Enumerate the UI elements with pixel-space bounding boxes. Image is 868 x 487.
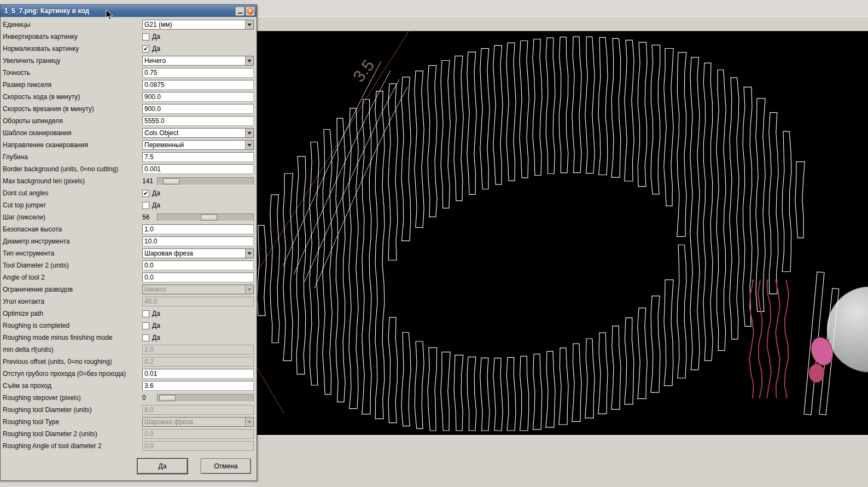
row-размер-пикселя: Размер пикселя	[1, 79, 257, 91]
row-cut-top-jumper: Cut top jumperДа	[1, 199, 257, 211]
row-диаметр-инструмента: Диаметр инструмента	[1, 235, 257, 247]
row-max-background-len-pixels: Max background len (pixels)141	[1, 175, 257, 187]
roughing-tool-type-dropdown: Шаровая фреза	[142, 417, 254, 427]
увеличить-границу-dropdown[interactable]: Ничего	[142, 56, 254, 66]
minimize-button[interactable]	[235, 7, 244, 16]
angle-of-tool-2-input[interactable]	[142, 273, 254, 282]
глубина-input[interactable]	[142, 152, 254, 162]
min-delta-rf-units-input	[142, 345, 254, 355]
шаблон-сканирования-dropdown[interactable]: Cols Object	[142, 128, 254, 138]
row-border-background-units-0-no-cutting: Border background (units, 0=no cutting)	[1, 163, 257, 175]
optimize-path-checkbox[interactable]	[142, 310, 149, 317]
minimize-icon	[238, 13, 242, 14]
dialog-title: 1_5_7.png: Картинку в код	[4, 7, 234, 15]
row-точность: Точность	[1, 67, 257, 79]
row-обороты-шпинделя: Обороты шпинделя	[1, 115, 257, 127]
dropdown-value: Переменный	[143, 141, 245, 149]
row-roughing-is-completed: Roughing is completedДа	[1, 320, 257, 332]
param-label: Точность	[1, 69, 142, 77]
checkbox-label: Да	[152, 189, 160, 197]
param-label: Tool Diameter 2 (units)	[1, 262, 142, 269]
dont-cut-angles-checkbox[interactable]: ✔	[142, 190, 149, 197]
dropdown-value: Ничего	[143, 285, 245, 294]
param-label: Optimize path	[1, 310, 142, 317]
row-инвертировать-картинку: Инвертировать картинкуДа	[1, 31, 257, 43]
диаметр-инструмента-input[interactable]	[142, 236, 254, 246]
cut-top-jumper-checkbox[interactable]	[142, 202, 149, 209]
param-label: Скорость хода (в минуту)	[1, 93, 142, 101]
row-глубина: Глубина	[1, 151, 257, 163]
roughing-angle-of-tool-diameter-2-input	[142, 441, 254, 451]
param-label: Border background (units, 0=no cutting)	[1, 165, 142, 173]
param-label: Шаг (пиксели)	[1, 213, 142, 221]
скорость-хода-в-минуту-input[interactable]	[142, 92, 254, 102]
row-previous-offset-units-0-no-roughing: Previous offset (units, 0=no roughing)	[1, 356, 257, 368]
row-optimize-path: Optimize pathДа	[1, 308, 257, 320]
row-нормализовать-картинку: Нормализовать картинку✔Да	[1, 43, 257, 55]
row-увеличить-границу: Увеличить границуНичего	[1, 55, 257, 67]
нормализовать-картинку-checkbox[interactable]: ✔	[142, 45, 149, 53]
tool-diameter-2-units-input[interactable]	[142, 260, 254, 270]
chevron-down-icon	[245, 249, 253, 258]
съём-за-проход-input[interactable]	[142, 381, 254, 391]
param-label: Roughing mode minus finishing mode	[1, 334, 142, 341]
обороты-шпинделя-input[interactable]	[142, 116, 254, 126]
шаг-пиксели-slider[interactable]	[157, 213, 254, 222]
max-background-len-pixels-slider[interactable]	[157, 177, 254, 185]
тип-инструмента-dropdown[interactable]: Шаровая фреза	[142, 248, 254, 258]
border-background-units-0-no-cutting-input[interactable]	[142, 164, 254, 174]
param-label: Cut top jumper	[1, 201, 142, 209]
param-label: Angle of tool 2	[1, 274, 142, 281]
dialog-buttons: Да Отмена	[137, 459, 251, 474]
param-label: Roughing tool Type	[1, 418, 142, 426]
row-dont-cut-angles: Dont cut angles✔Да	[1, 187, 257, 199]
app-window-top	[253, 0, 868, 16]
row-безопасная-высота: Безопасная высота	[1, 223, 257, 235]
dropdown-value: Шаровая фреза	[143, 418, 245, 426]
param-label: Скорость врезания (в минуту)	[1, 105, 142, 113]
svg-text:3.5: 3.5	[349, 56, 378, 85]
param-label: Dont cut angles	[1, 189, 142, 197]
roughing-tool-diameter-units-input	[142, 405, 254, 415]
param-label: Roughing tool Diameter 2 (units)	[1, 430, 142, 438]
close-icon: ×	[247, 8, 254, 15]
toolpath-visualization: 3.5	[253, 31, 868, 435]
row-скорость-врезания-в-минуту: Скорость врезания (в минуту)	[1, 103, 257, 115]
размер-пикселя-input[interactable]	[142, 80, 254, 90]
безопасная-высота-input[interactable]	[142, 224, 254, 234]
parameter-rows: ЕдиницыG21 (мм)Инвертировать картинкуДаН…	[1, 19, 257, 452]
dialog-titlebar[interactable]: 1_5_7.png: Картинку в код ×	[1, 5, 257, 17]
ok-button[interactable]: Да	[137, 459, 188, 474]
param-label: Безопасная высота	[1, 225, 142, 233]
param-label: Глубина	[1, 153, 142, 161]
скорость-врезания-в-минуту-input[interactable]	[142, 104, 254, 114]
единицы-dropdown[interactable]: G21 (мм)	[142, 20, 254, 30]
checkbox-label: Да	[152, 33, 160, 40]
chevron-down-icon	[245, 141, 253, 149]
roughing-stepover-pixels-slider[interactable]	[157, 394, 254, 402]
row-угол-контакта: Угол контакта	[1, 295, 257, 308]
close-button[interactable]: ×	[246, 7, 255, 16]
param-label: Угол контакта	[1, 298, 142, 305]
app-statusbar	[253, 435, 868, 487]
param-label: Съём за проход	[1, 382, 142, 390]
dropdown-value: G21 (мм)	[143, 20, 245, 29]
slider-handle[interactable]	[201, 214, 217, 221]
cancel-button[interactable]: Отмена	[201, 459, 251, 474]
slider-handle[interactable]	[159, 395, 176, 401]
param-label: Roughing tool Diameter (units)	[1, 406, 142, 414]
chevron-down-icon	[245, 129, 253, 137]
roughing-mode-minus-finishing-mode-checkbox[interactable]	[142, 334, 149, 341]
точность-input[interactable]	[142, 68, 254, 78]
инвертировать-картинку-checkbox[interactable]	[142, 33, 149, 40]
направление-сканирования-dropdown[interactable]: Переменный	[142, 140, 254, 150]
checkbox-label: Да	[152, 322, 160, 329]
отступ-грубого-прохода-0-без-прохода-input[interactable]	[142, 369, 254, 379]
checkbox-label: Да	[152, 310, 160, 317]
row-скорость-хода-в-минуту: Скорость хода (в минуту)	[1, 91, 257, 103]
ограничение-разводов-dropdown: Ничего	[142, 285, 254, 294]
roughing-is-completed-checkbox[interactable]	[142, 322, 149, 329]
param-label: Диаметр инструмента	[1, 237, 142, 245]
slider-handle[interactable]	[163, 178, 179, 184]
param-label: Шаблон сканирования	[1, 129, 142, 137]
